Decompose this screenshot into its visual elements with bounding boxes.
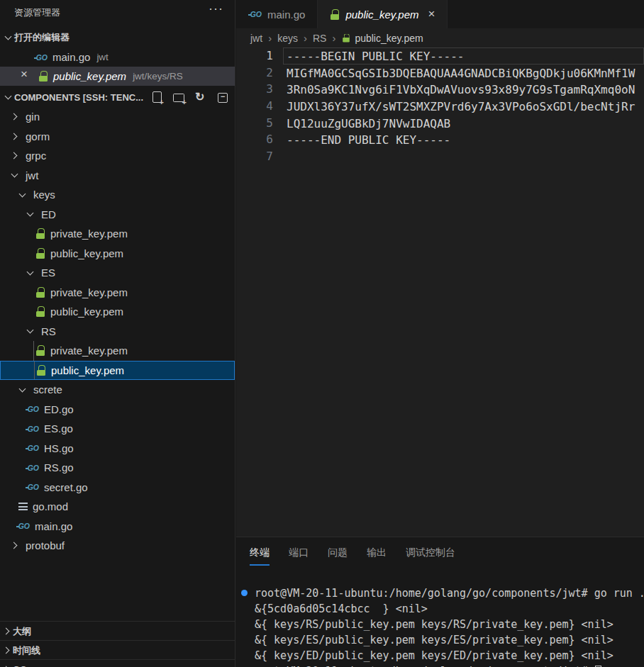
close-icon[interactable]: ×: [428, 7, 435, 21]
terminal-line: &{ keys/ES/public_key.pem keys/ES/privat…: [236, 632, 644, 648]
terminal-line: root@VM-20-11-ubuntu:/home/golang/go/com…: [236, 663, 644, 667]
timeline-label: 时间线: [13, 644, 40, 657]
tree-item[interactable]: public_key.pem: [0, 302, 235, 322]
line-number: 6: [236, 131, 273, 148]
outline-section-header[interactable]: 大纲: [0, 621, 235, 641]
go-section-header[interactable]: GO: [0, 659, 235, 667]
go-file-icon: [26, 482, 39, 492]
chevron-separator-icon: ›: [304, 32, 307, 44]
lock-file-icon: [35, 306, 45, 317]
tree-item[interactable]: ED: [0, 205, 235, 225]
code-text: JUDXl36Y37ufX/sWT2SMXZPVrd6y7Ax3VPo6oSxG…: [284, 99, 643, 114]
breadcrumb-segment[interactable]: RS: [313, 33, 326, 44]
code-text: -----END PUBLIC KEY-----: [284, 132, 643, 147]
open-editor-public-key-pem[interactable]: × public_key.pem jwt/keys/RS: [0, 67, 235, 86]
chevron-down-icon[interactable]: [23, 267, 36, 279]
open-editors-header[interactable]: 打开的编辑器: [0, 28, 235, 47]
chevron-down-icon[interactable]: [23, 325, 36, 337]
editor-line[interactable]: 7: [236, 148, 644, 165]
editor-line[interactable]: 6-----END PUBLIC KEY-----: [236, 131, 644, 148]
terminal-text: &{ keys/ES/public_key.pem keys/ES/privat…: [255, 634, 614, 646]
tree-item[interactable]: ES: [0, 263, 235, 283]
editor-area: main.go public_key.pem × jwt › keys › RS…: [236, 0, 644, 537]
explorer-sidebar: 资源管理器 ··· 打开的编辑器 main.go jwt × public_ke…: [0, 0, 235, 667]
panel-tab-ports[interactable]: 端口: [289, 547, 309, 566]
refresh-icon[interactable]: [194, 90, 207, 104]
tree-item[interactable]: private_key.pem: [0, 283, 235, 303]
new-file-icon[interactable]: [150, 90, 163, 104]
chevron-right-icon[interactable]: [0, 625, 13, 638]
collapse-all-icon[interactable]: [216, 90, 229, 104]
breadcrumb-file[interactable]: public_key.pem: [355, 33, 423, 44]
close-icon[interactable]: ×: [18, 67, 30, 82]
open-editor-desc: jwt/keys/RS: [133, 71, 183, 82]
tree-item[interactable]: gorm: [0, 127, 235, 147]
editor-line[interactable]: 2MIGfMA0GCSqGSIb3DQEBAQUAA4GNADCBiQKBgQD…: [236, 65, 644, 82]
tab-label: main.go: [267, 9, 305, 21]
tree-item[interactable]: HS.go: [0, 439, 235, 459]
lock-file-icon: [330, 9, 340, 20]
tree-item[interactable]: private_key.pem: [0, 341, 235, 361]
chevron-down-icon[interactable]: [23, 208, 36, 220]
panel-tab-terminal[interactable]: 终端: [250, 547, 270, 566]
panel-tab-bar: 终端 端口 问题 输出 调试控制台: [236, 537, 644, 566]
editor-line[interactable]: 5LQ12uuZgUGBkDj7NVwIDAQAB: [236, 115, 644, 132]
tree-item[interactable]: go.mod: [0, 497, 235, 517]
tree-item[interactable]: ED.go: [0, 400, 235, 420]
code-text: -----BEGIN PUBLIC KEY-----: [284, 48, 643, 64]
breadcrumb-segment[interactable]: keys: [277, 33, 298, 44]
timeline-section-header[interactable]: 时间线: [0, 640, 235, 660]
breadcrumb-segment[interactable]: jwt: [250, 33, 262, 44]
vscode-window: 资源管理器 ··· 打开的编辑器 main.go jwt × public_ke…: [0, 0, 644, 667]
tree-item[interactable]: RS.go: [0, 458, 235, 478]
tree-item[interactable]: grpc: [0, 146, 235, 166]
components-section-header[interactable]: COMPONENTS [SSH: TENC...: [0, 88, 235, 106]
open-editor-main-go[interactable]: main.go jwt: [0, 47, 235, 67]
chevron-right-icon[interactable]: [8, 539, 21, 552]
tree-item[interactable]: RS: [0, 322, 235, 342]
terminal[interactable]: root@VM-20-11-ubuntu:/home/golang/go/com…: [236, 585, 644, 667]
tree-item-selected[interactable]: public_key.pem: [0, 361, 235, 381]
panel-tab-output[interactable]: 输出: [367, 547, 387, 566]
panel-tab-debug-console[interactable]: 调试控制台: [406, 547, 455, 566]
tree-item[interactable]: private_key.pem: [0, 224, 235, 244]
chevron-right-icon[interactable]: [0, 644, 13, 657]
tree-item[interactable]: public_key.pem: [0, 244, 235, 264]
new-folder-icon[interactable]: [172, 90, 185, 104]
bottom-panel: 终端 端口 问题 输出 调试控制台 root@VM-20-11-ubuntu:/…: [236, 537, 644, 667]
code-editor[interactable]: 1-----BEGIN PUBLIC KEY----- 2MIGfMA0GCSq…: [236, 47, 644, 537]
chevron-right-icon[interactable]: [0, 663, 13, 667]
chevron-down-icon[interactable]: [16, 189, 28, 201]
command-decoration-icon[interactable]: [241, 590, 248, 596]
chevron-right-icon[interactable]: [8, 150, 21, 162]
tree-item[interactable]: secret.go: [0, 478, 235, 498]
line-number: 7: [236, 148, 273, 165]
line-number: 2: [236, 65, 273, 82]
panel-tab-problems[interactable]: 问题: [328, 547, 348, 566]
chevron-right-icon[interactable]: [8, 130, 21, 142]
editor-line[interactable]: 4JUDXl36Y37ufX/sWT2SMXZPVrd6y7Ax3VPo6oSx…: [236, 98, 644, 115]
tab-public-key-pem[interactable]: public_key.pem ×: [318, 0, 448, 28]
open-editor-name: public_key.pem: [53, 70, 126, 82]
more-actions-button[interactable]: ···: [209, 1, 223, 16]
tab-main-go[interactable]: main.go: [236, 0, 318, 28]
tree-item[interactable]: protobuf: [0, 536, 235, 556]
tree-item[interactable]: main.go: [0, 517, 235, 537]
editor-line[interactable]: 1-----BEGIN PUBLIC KEY-----: [236, 47, 644, 65]
tree-item[interactable]: ES.go: [0, 419, 235, 439]
tree-item[interactable]: keys: [0, 185, 235, 205]
tree-item[interactable]: gin: [0, 107, 235, 127]
chevron-separator-icon: ›: [268, 32, 272, 44]
go-file-icon: [26, 443, 39, 453]
chevron-down-icon[interactable]: [8, 169, 21, 181]
chevron-down-icon[interactable]: [1, 91, 14, 103]
tree-item[interactable]: jwt: [0, 166, 235, 186]
editor-line[interactable]: 33Rn0Sa9KC1Nvg6iF1VbXqDwAVuovs93x89y7G9s…: [236, 81, 644, 98]
breadcrumb: jwt › keys › RS › public_key.pem: [236, 28, 644, 47]
tree-item[interactable]: screte: [0, 380, 235, 400]
code-text: [284, 149, 643, 164]
chevron-down-icon[interactable]: [1, 31, 14, 44]
chevron-right-icon[interactable]: [8, 111, 21, 123]
open-editor-name: main.go: [52, 51, 90, 63]
chevron-down-icon[interactable]: [16, 383, 28, 396]
